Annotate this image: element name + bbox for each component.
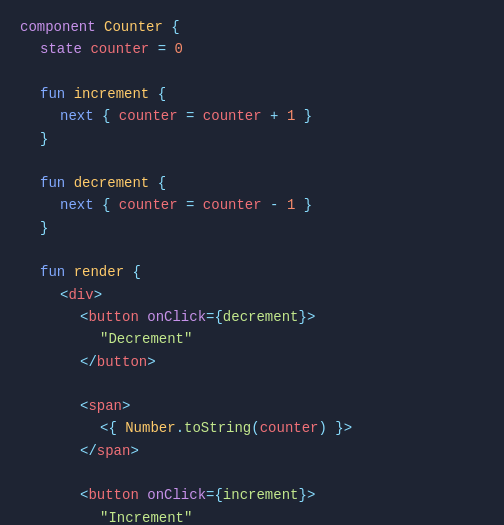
var-counter: counter	[90, 38, 149, 60]
tag-button-1-close: button	[97, 351, 147, 373]
var-counter-3: counter	[203, 105, 262, 127]
keyword-fun-1: fun	[40, 83, 65, 105]
keyword-fun-2: fun	[40, 172, 65, 194]
blank-line-21	[20, 462, 484, 484]
blank-line-11	[20, 239, 484, 261]
code-line-6: }	[20, 128, 484, 150]
code-editor: component Counter { state counter = 0 fu…	[0, 0, 504, 525]
method-tostring: toString	[184, 417, 251, 439]
keyword-next-2: next	[60, 194, 94, 216]
keyword-fun-3: fun	[40, 261, 65, 283]
code-line-22: < button onClick = { increment }>	[20, 484, 484, 506]
var-counter-2: counter	[119, 105, 178, 127]
text-increment: "Increment"	[100, 507, 192, 525]
blank-line-7	[20, 150, 484, 172]
blank-line-17	[20, 373, 484, 395]
text-decrement: "Decrement"	[100, 328, 192, 350]
code-line-10: }	[20, 217, 484, 239]
tag-button-2: button	[88, 484, 138, 506]
code-line-20: </ span >	[20, 440, 484, 462]
tag-span-open: span	[88, 395, 122, 417]
keyword-next-1: next	[60, 105, 94, 127]
code-line-12: fun render {	[20, 261, 484, 283]
code-line-13: < div >	[20, 284, 484, 306]
fn-decrement: decrement	[74, 172, 150, 194]
keyword-component: component	[20, 16, 96, 38]
tag-button-1: button	[88, 306, 138, 328]
tag-div-open: div	[68, 284, 93, 306]
code-line-18: < span >	[20, 395, 484, 417]
tag-span-close: span	[97, 440, 131, 462]
keyword-state: state	[40, 38, 82, 60]
blank-line-3	[20, 61, 484, 83]
fn-increment: increment	[74, 83, 150, 105]
var-counter-5: counter	[203, 194, 262, 216]
number-zero: 0	[174, 38, 182, 60]
var-counter-6: counter	[260, 417, 319, 439]
attr-val-increment: increment	[223, 484, 299, 506]
code-line-5: next { counter = counter + 1 }	[20, 105, 484, 127]
code-line-19: <{ Number . toString ( counter ) }>	[20, 417, 484, 439]
attr-onclick-1: onClick	[147, 306, 206, 328]
brace-open: {	[171, 16, 179, 38]
code-line-4: fun increment {	[20, 83, 484, 105]
code-line-15: "Decrement"	[20, 328, 484, 350]
op-equals: =	[158, 38, 166, 60]
class-name-counter: Counter	[104, 16, 163, 38]
code-line-8: fun decrement {	[20, 172, 484, 194]
var-counter-4: counter	[119, 194, 178, 216]
number-class: Number	[125, 417, 175, 439]
code-line-14: < button onClick = { decrement }>	[20, 306, 484, 328]
attr-onclick-2: onClick	[147, 484, 206, 506]
fn-render: render	[74, 261, 124, 283]
code-line-1: component Counter {	[20, 16, 484, 38]
attr-val-decrement: decrement	[223, 306, 299, 328]
code-line-16: </ button >	[20, 351, 484, 373]
code-line-2: state counter = 0	[20, 38, 484, 60]
code-line-9: next { counter = counter - 1 }	[20, 194, 484, 216]
code-line-23: "Increment"	[20, 507, 484, 525]
